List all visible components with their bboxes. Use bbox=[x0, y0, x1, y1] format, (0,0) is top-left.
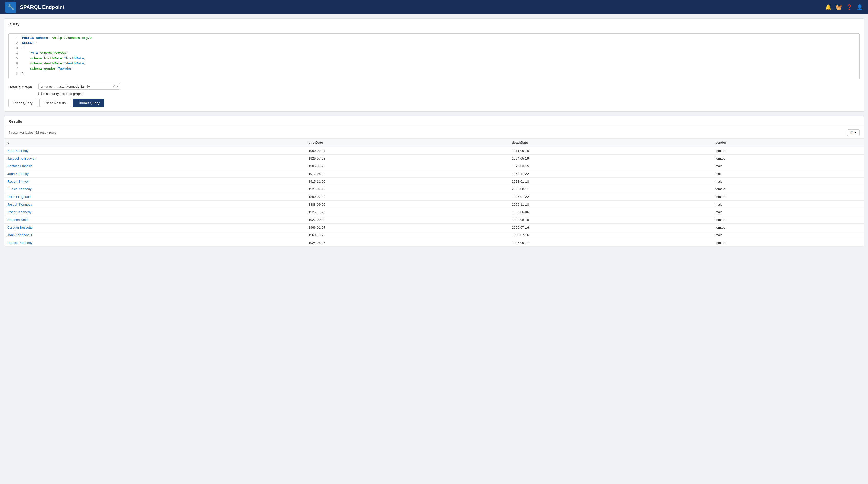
cell-gender: male bbox=[712, 231, 864, 239]
cell-gender: female bbox=[712, 147, 864, 155]
cell-gender: female bbox=[712, 216, 864, 224]
cell-gender: female bbox=[712, 224, 864, 231]
basket-icon[interactable]: 🧺 bbox=[836, 4, 842, 10]
results-meta: 4 result variables, 22 result rows 📋 ▾ bbox=[4, 127, 864, 138]
result-link[interactable]: Aristotle Onassis bbox=[7, 164, 32, 168]
table-row: Kara Kennedy1960-02-272011-09-16female bbox=[4, 147, 864, 155]
graph-controls: urn:x-evn-master:kennedy_family ✕ ▾ Also… bbox=[38, 83, 120, 96]
cell-deathDate: 1968-06-06 bbox=[509, 208, 712, 216]
cell-deathDate: 1999-07-16 bbox=[509, 224, 712, 231]
result-link[interactable]: Robert Shriver bbox=[7, 180, 29, 183]
cell-s[interactable]: Jacqueline Bouvier bbox=[4, 155, 305, 162]
cell-deathDate: 1990-08-19 bbox=[509, 216, 712, 224]
app-header: 🔧 SPARQL Endpoint 🔔 🧺 ❓ 👤 bbox=[0, 0, 868, 14]
result-link[interactable]: Kara Kennedy bbox=[7, 149, 28, 153]
result-link[interactable]: Patricia Kennedy bbox=[7, 241, 32, 245]
cell-birthDate: 1960-02-27 bbox=[305, 147, 508, 155]
cell-s[interactable]: John Kennedy bbox=[4, 170, 305, 178]
result-link[interactable]: Joseph Kennedy bbox=[7, 202, 32, 206]
table-row: Stephen Smith1927-09-241990-08-19female bbox=[4, 216, 864, 224]
default-graph-section: Default Graph urn:x-evn-master:kennedy_f… bbox=[8, 83, 860, 96]
cell-gender: female bbox=[712, 193, 864, 201]
results-table: s birthDate deathDate gender Kara Kenned… bbox=[4, 138, 864, 247]
cell-birthDate: 1960-11-25 bbox=[305, 231, 508, 239]
cell-deathDate: 1994-05-19 bbox=[509, 155, 712, 162]
cell-s[interactable]: Eunice Kennedy bbox=[4, 185, 305, 193]
graph-input-row[interactable]: urn:x-evn-master:kennedy_family ✕ ▾ bbox=[38, 83, 120, 90]
cell-s[interactable]: Rose Fitzgerald bbox=[4, 193, 305, 201]
results-header-row: s birthDate deathDate gender bbox=[4, 138, 864, 147]
result-link[interactable]: Carolyn Bessette bbox=[7, 226, 33, 229]
results-tbody: Kara Kennedy1960-02-272011-09-16femaleJa… bbox=[4, 147, 864, 247]
result-link[interactable]: Rose Fitzgerald bbox=[7, 195, 31, 199]
query-panel-header: Query bbox=[4, 19, 864, 29]
cell-s[interactable]: Stephen Smith bbox=[4, 216, 305, 224]
cell-deathDate: 1975-03-15 bbox=[509, 162, 712, 170]
cell-gender: male bbox=[712, 162, 864, 170]
cell-deathDate: 1969-11-18 bbox=[509, 201, 712, 208]
graph-dropdown-icon[interactable]: ▾ bbox=[116, 85, 118, 88]
results-thead: s birthDate deathDate gender bbox=[4, 138, 864, 147]
table-row: John Kennedy1917-05-291963-11-22male bbox=[4, 170, 864, 178]
code-line-5: 5 schema:birthDate ?birthDate; bbox=[9, 56, 859, 61]
table-row: Rose Fitzgerald1890-07-221995-01-22femal… bbox=[4, 193, 864, 201]
export-icon: 📋 bbox=[850, 131, 854, 134]
app-title: SPARQL Endpoint bbox=[20, 4, 825, 10]
results-table-container: s birthDate deathDate gender Kara Kenned… bbox=[4, 138, 864, 247]
export-button[interactable]: 📋 ▾ bbox=[847, 129, 860, 136]
graph-clear-icon[interactable]: ✕ bbox=[112, 85, 115, 89]
cell-s[interactable]: Kara Kennedy bbox=[4, 147, 305, 155]
cell-s[interactable]: Carolyn Bessette bbox=[4, 224, 305, 231]
result-link[interactable]: Jacqueline Bouvier bbox=[7, 157, 36, 160]
cell-deathDate: 2011-09-16 bbox=[509, 147, 712, 155]
also-query-checkbox[interactable] bbox=[38, 92, 42, 95]
cell-gender: female bbox=[712, 185, 864, 193]
result-link[interactable]: John Kennedy bbox=[7, 172, 29, 176]
cell-s[interactable]: Aristotle Onassis bbox=[4, 162, 305, 170]
export-dropdown-icon: ▾ bbox=[855, 131, 857, 134]
cell-s[interactable]: Robert Kennedy bbox=[4, 208, 305, 216]
sparql-editor[interactable]: 1 PREFIX schema: <http://schema.org/> 2 … bbox=[8, 33, 860, 79]
cell-gender: male bbox=[712, 170, 864, 178]
wrench-icon: 🔧 bbox=[7, 4, 14, 10]
col-birthDate: birthDate bbox=[305, 138, 508, 147]
table-row: Robert Kennedy1925-11-201968-06-06male bbox=[4, 208, 864, 216]
cell-s[interactable]: Patricia Kennedy bbox=[4, 239, 305, 247]
clear-query-button[interactable]: Clear Query bbox=[8, 99, 37, 107]
cell-birthDate: 1906-01-20 bbox=[305, 162, 508, 170]
table-row: Eunice Kennedy1921-07-102009-08-11female bbox=[4, 185, 864, 193]
table-row: John Kennedy Jr1960-11-251999-07-16male bbox=[4, 231, 864, 239]
cell-gender: male bbox=[712, 178, 864, 185]
cell-gender: female bbox=[712, 155, 864, 162]
code-line-6: 6 schema:deathDate ?deathDate; bbox=[9, 61, 859, 66]
code-line-3: 3 { bbox=[9, 46, 859, 51]
table-row: Robert Shriver1915-11-092011-01-18male bbox=[4, 178, 864, 185]
default-graph-label: Default Graph bbox=[8, 83, 32, 89]
cell-birthDate: 1917-05-29 bbox=[305, 170, 508, 178]
cell-s[interactable]: Robert Shriver bbox=[4, 178, 305, 185]
cell-deathDate: 1995-01-22 bbox=[509, 193, 712, 201]
cell-s[interactable]: John Kennedy Jr bbox=[4, 231, 305, 239]
cell-birthDate: 1890-07-22 bbox=[305, 193, 508, 201]
results-count: 4 result variables, 22 result rows bbox=[8, 131, 56, 134]
cell-s[interactable]: Joseph Kennedy bbox=[4, 201, 305, 208]
submit-query-button[interactable]: Submit Query bbox=[73, 99, 105, 107]
graph-input-value: urn:x-evn-master:kennedy_family bbox=[41, 85, 112, 89]
also-query-label: Also query included graphs bbox=[43, 92, 84, 96]
notification-icon[interactable]: 🔔 bbox=[825, 4, 831, 10]
results-panel: Results 4 result variables, 22 result ro… bbox=[4, 116, 864, 247]
result-link[interactable]: John Kennedy Jr bbox=[7, 233, 32, 237]
user-icon[interactable]: 👤 bbox=[857, 4, 863, 10]
code-line-1: 1 PREFIX schema: <http://schema.org/> bbox=[9, 36, 859, 41]
cell-deathDate: 2006-09-17 bbox=[509, 239, 712, 247]
help-icon[interactable]: ❓ bbox=[846, 4, 852, 10]
result-link[interactable]: Stephen Smith bbox=[7, 218, 29, 222]
cell-birthDate: 1924-05-06 bbox=[305, 239, 508, 247]
query-panel-title: Query bbox=[8, 22, 20, 26]
query-buttons: Clear Query Clear Results Submit Query bbox=[8, 99, 860, 107]
clear-results-button[interactable]: Clear Results bbox=[39, 99, 71, 107]
cell-deathDate: 2011-01-18 bbox=[509, 178, 712, 185]
result-link[interactable]: Eunice Kennedy bbox=[7, 187, 32, 191]
app-logo: 🔧 bbox=[5, 2, 17, 13]
result-link[interactable]: Robert Kennedy bbox=[7, 210, 31, 214]
